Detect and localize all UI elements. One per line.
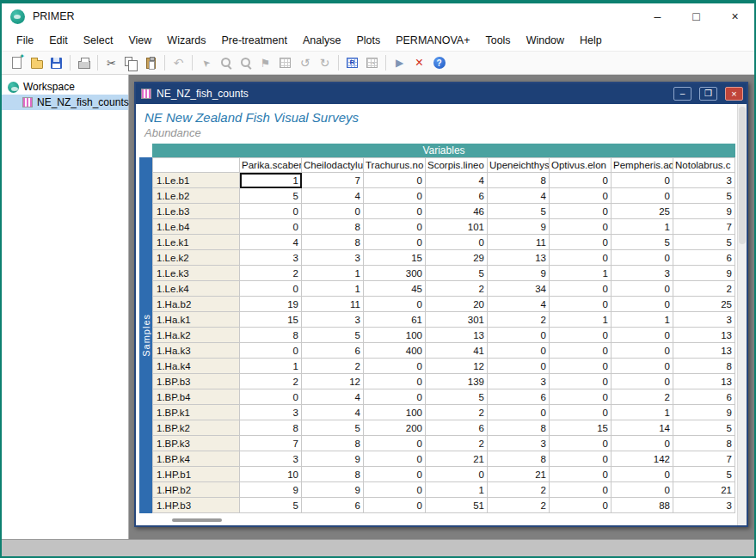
data-cell[interactable]: 13 bbox=[673, 328, 735, 343]
print-icon[interactable] bbox=[74, 53, 94, 72]
minimize-button[interactable]: – bbox=[638, 3, 677, 29]
row-label[interactable]: 1.HP.b2 bbox=[152, 482, 240, 498]
data-cell[interactable]: 0 bbox=[488, 343, 550, 359]
row-label[interactable]: 1.Le.k3 bbox=[152, 266, 240, 281]
data-cell[interactable]: 21 bbox=[426, 451, 488, 467]
data-cell[interactable]: 3 bbox=[302, 250, 364, 266]
worksheet-close-button[interactable]: × bbox=[725, 87, 743, 101]
data-cell[interactable]: 9 bbox=[240, 482, 302, 498]
data-cell[interactable]: 0 bbox=[612, 436, 673, 451]
data-cell[interactable]: 1 bbox=[302, 266, 364, 281]
data-cell[interactable]: 7 bbox=[673, 451, 735, 467]
data-cell[interactable]: 300 bbox=[364, 266, 426, 281]
data-cell[interactable]: 13 bbox=[673, 374, 735, 389]
column-header[interactable]: Pempheris.ad bbox=[612, 157, 673, 173]
sidebar-item-ne-nz-fish-counts[interactable]: NE_NZ_fish_counts bbox=[2, 95, 128, 110]
data-cell[interactable]: 9 bbox=[673, 266, 735, 281]
data-cell[interactable]: 8 bbox=[488, 173, 550, 188]
data-cell[interactable]: 3 bbox=[673, 312, 735, 328]
row-label[interactable]: 1.Le.b2 bbox=[152, 188, 240, 204]
data-cell[interactable]: 46 bbox=[426, 204, 488, 219]
row-label[interactable]: 1.BP.k2 bbox=[152, 420, 240, 436]
data-cell[interactable]: 2 bbox=[673, 281, 735, 297]
data-cell[interactable]: 0 bbox=[364, 498, 426, 513]
data-cell[interactable]: 6 bbox=[426, 420, 488, 436]
undo-icon[interactable]: ↶ bbox=[169, 53, 188, 72]
row-label[interactable]: 1.BP.b4 bbox=[152, 389, 240, 405]
data-cell[interactable]: 0 bbox=[364, 482, 426, 498]
data-cell[interactable]: 13 bbox=[673, 343, 735, 359]
menu-plots[interactable]: Plots bbox=[348, 32, 388, 49]
data-cell[interactable]: 0 bbox=[550, 374, 612, 389]
data-cell[interactable]: 0 bbox=[550, 173, 612, 188]
data-cell[interactable]: 21 bbox=[488, 467, 550, 482]
data-cell[interactable]: 0 bbox=[612, 250, 673, 266]
menu-analyse[interactable]: Analyse bbox=[295, 32, 348, 49]
data-cell[interactable]: 8 bbox=[302, 467, 364, 482]
pointer-icon[interactable]: ➤ bbox=[196, 53, 216, 72]
rotate-left-icon[interactable]: ↺ bbox=[295, 53, 315, 72]
data-cell[interactable]: 3 bbox=[240, 405, 302, 420]
horizontal-scrollbar-thumb[interactable] bbox=[172, 518, 222, 522]
close-button[interactable]: × bbox=[716, 3, 754, 29]
column-header[interactable]: Notolabrus.c bbox=[673, 157, 735, 173]
data-cell[interactable]: 3 bbox=[240, 250, 302, 266]
data-cell[interactable]: 3 bbox=[302, 312, 364, 328]
horizontal-scrollbar[interactable] bbox=[139, 515, 735, 524]
workspace-root[interactable]: Workspace bbox=[2, 79, 128, 95]
data-cell[interactable]: 0 bbox=[550, 389, 612, 405]
data-cell[interactable]: 15 bbox=[550, 420, 612, 436]
menu-file[interactable]: File bbox=[9, 32, 41, 49]
data-cell[interactable]: 88 bbox=[612, 498, 673, 513]
data-cell[interactable]: 0 bbox=[550, 359, 612, 374]
column-header[interactable]: Optivus.elon bbox=[550, 157, 612, 173]
data-cell[interactable]: 0 bbox=[364, 173, 426, 188]
data-cell[interactable]: 0 bbox=[364, 451, 426, 467]
data-cell[interactable]: 2 bbox=[240, 374, 302, 389]
data-cell[interactable]: 0 bbox=[426, 467, 488, 482]
data-cell[interactable]: 1 bbox=[550, 312, 612, 328]
data-cell[interactable]: 9 bbox=[673, 405, 735, 420]
data-cell[interactable]: 0 bbox=[364, 436, 426, 451]
row-label[interactable]: 1.BP.k3 bbox=[152, 436, 240, 451]
data-cell[interactable]: 1 bbox=[426, 482, 488, 498]
data-cell[interactable]: 9 bbox=[673, 204, 735, 219]
column-header[interactable]: Trachurus.no bbox=[364, 157, 426, 173]
column-header[interactable]: Parika.scaber bbox=[240, 157, 302, 173]
save-workspace-icon[interactable] bbox=[46, 53, 66, 72]
data-cell[interactable]: 5 bbox=[240, 188, 302, 204]
data-cell[interactable]: 3 bbox=[488, 436, 550, 451]
menu-help[interactable]: Help bbox=[572, 32, 610, 49]
data-cell[interactable]: 45 bbox=[364, 281, 426, 297]
data-cell[interactable]: 0 bbox=[612, 297, 673, 312]
data-cell[interactable]: 1 bbox=[612, 405, 673, 420]
zoom-out-icon[interactable] bbox=[236, 53, 255, 72]
data-cell[interactable]: 8 bbox=[673, 359, 735, 374]
data-cell[interactable]: 0 bbox=[550, 188, 612, 204]
data-cell[interactable]: 4 bbox=[302, 188, 364, 204]
data-cell[interactable]: 0 bbox=[550, 281, 612, 297]
data-cell[interactable]: 5 bbox=[673, 235, 735, 250]
data-cell[interactable]: 5 bbox=[488, 204, 550, 219]
data-cell[interactable]: 15 bbox=[240, 312, 302, 328]
data-cell[interactable]: 0 bbox=[612, 467, 673, 482]
data-cell[interactable]: 0 bbox=[426, 235, 488, 250]
data-cell[interactable]: 29 bbox=[426, 250, 488, 266]
data-cell[interactable]: 0 bbox=[240, 389, 302, 405]
data-cell[interactable]: 10 bbox=[240, 467, 302, 482]
data-cell[interactable]: 0 bbox=[488, 328, 550, 343]
data-cell[interactable]: 2 bbox=[426, 405, 488, 420]
data-cell[interactable]: 8 bbox=[488, 420, 550, 436]
menu-edit[interactable]: Edit bbox=[41, 32, 76, 49]
row-label[interactable]: 1.HP.b3 bbox=[152, 498, 240, 513]
data-cell[interactable]: 0 bbox=[612, 343, 673, 359]
data-cell[interactable]: 0 bbox=[240, 219, 302, 235]
data-cell[interactable]: 100 bbox=[364, 328, 426, 343]
select-highlighted-icon[interactable]: R bbox=[342, 53, 362, 72]
data-cell[interactable]: 25 bbox=[673, 297, 735, 312]
menu-view[interactable]: View bbox=[120, 32, 159, 49]
data-cell[interactable]: 4 bbox=[488, 297, 550, 312]
data-cell[interactable]: 7 bbox=[240, 436, 302, 451]
row-label[interactable]: 1.BP.b3 bbox=[152, 374, 240, 389]
vertical-scrollbar-thumb[interactable] bbox=[739, 107, 746, 244]
